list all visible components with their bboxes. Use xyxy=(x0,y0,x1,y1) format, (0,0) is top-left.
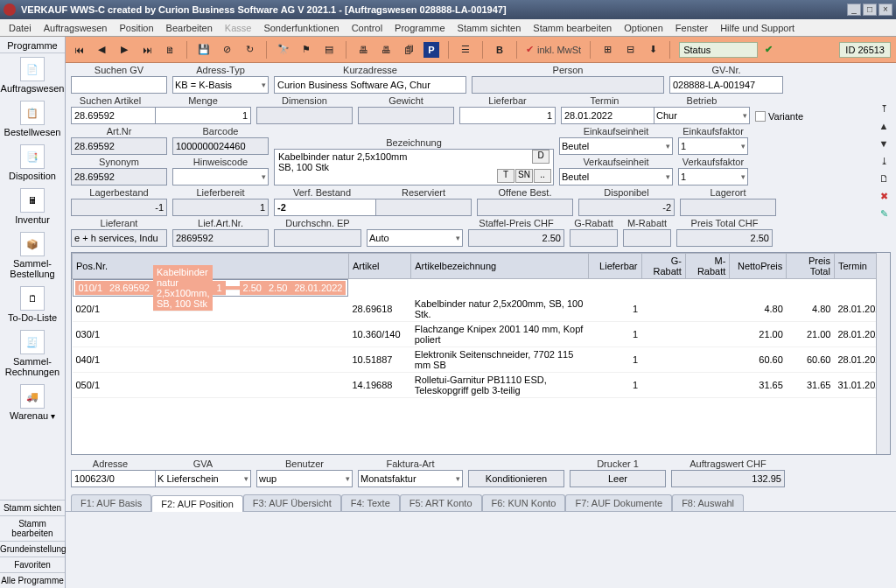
new-icon[interactable]: 🗎 xyxy=(162,42,178,58)
cancel-icon[interactable]: ⊘ xyxy=(219,42,234,58)
grid-scrollbar[interactable] xyxy=(876,253,890,454)
flag-icon[interactable]: ⚑ xyxy=(298,42,314,58)
menu-position[interactable]: Position xyxy=(114,21,158,35)
sidebar-btn-bearbeiten[interactable]: Stamm bearbeiten xyxy=(0,515,65,541)
new-row-icon[interactable]: 🗋 xyxy=(877,173,891,186)
tab-basis[interactable]: F1: AUF Basis xyxy=(71,494,151,511)
sidebar-item-sammel-best[interactable]: 📦Sammel-Bestellung xyxy=(0,228,65,283)
menu-bearbeiten[interactable]: Bearbeiten xyxy=(161,21,218,35)
bold-icon[interactable]: B xyxy=(492,42,508,58)
person-input[interactable] xyxy=(472,76,664,94)
variante-checkbox[interactable]: Variante xyxy=(755,111,803,122)
maximize-button[interactable]: □ xyxy=(863,4,877,16)
vke-select[interactable]: Beutel▾ xyxy=(559,168,673,186)
sidebar-item-inventur[interactable]: 🖩Inventur xyxy=(0,185,65,228)
table-row[interactable]: 010/128.69592Kabelbinder natur 2,5x100mm… xyxy=(73,279,349,297)
scroll-up-icon[interactable]: ▲ xyxy=(877,121,891,133)
parking-icon[interactable]: P xyxy=(424,42,439,58)
benutzer-select[interactable]: wup▾ xyxy=(256,470,353,487)
tab-position[interactable]: F2: AUF Position xyxy=(151,495,243,512)
menu-auftragswesen[interactable]: Auftragswesen xyxy=(38,21,113,35)
betrieb-select[interactable]: Chur▾ xyxy=(654,107,750,124)
scroll-bottom-icon[interactable]: ⤓ xyxy=(877,156,891,168)
menu-kasse[interactable]: Kasse xyxy=(220,21,257,35)
sidebar-item-sammel-rech[interactable]: 🧾Sammel-Rechnungen xyxy=(0,326,65,381)
sidebar-item-todo[interactable]: 🗒To-Do-Liste xyxy=(0,283,65,326)
menu-stamm-bearb[interactable]: Stamm bearbeiten xyxy=(528,21,617,35)
menu-stamm-sichten[interactable]: Stamm sichten xyxy=(452,21,527,35)
tab-uebersicht[interactable]: F3: AUF Übersicht xyxy=(243,494,341,511)
table-row[interactable]: 050/114.19688Rolletui-Garnitur PB1110 ES… xyxy=(73,373,890,398)
tool1-icon[interactable]: ⊞ xyxy=(599,42,615,58)
table-row[interactable]: 030/110.360/140Flachzange Knipex 2001 14… xyxy=(73,322,890,347)
mwst-checkbox[interactable]: ✔inkl. MwSt xyxy=(526,44,581,55)
tool3-icon[interactable]: ⬇ xyxy=(645,42,661,58)
sidebar-btn-grund[interactable]: Grundeinstellungen xyxy=(0,541,65,556)
menu-fenster[interactable]: Fenster xyxy=(670,21,713,35)
drucker-button[interactable]: Leer xyxy=(570,470,666,487)
position-grid[interactable]: Pos.Nr. Artikel Artikelbezeichnung Liefe… xyxy=(71,252,891,455)
save-icon[interactable]: 💾 xyxy=(196,42,212,58)
d-button[interactable]: D xyxy=(532,150,550,164)
print-icon[interactable]: 🖶 xyxy=(355,42,371,58)
toolbar: ⏮ ◀ ▶ ⏭ 🗎 💾 ⊘ ↻ 🔭 ⚑ ▤ 🖶 🖶 🗐 P ☰ B ✔inkl.… xyxy=(66,37,896,63)
sidebar-item-bestellwesen[interactable]: 📋Bestellwesen xyxy=(0,97,65,141)
minimize-button[interactable]: _ xyxy=(847,4,861,16)
form-icon[interactable]: ▤ xyxy=(321,42,337,58)
menu-optionen[interactable]: Optionen xyxy=(619,21,668,35)
vkf-select[interactable]: 1▾ xyxy=(678,168,748,186)
tab-dokumente[interactable]: F7: AUF Dokumente xyxy=(565,494,672,511)
tab-auswahl[interactable]: F8: Auswahl xyxy=(672,494,744,511)
doc-icon[interactable]: 🗐 xyxy=(401,42,416,58)
lagerbestand-input xyxy=(71,199,167,216)
menge-input[interactable] xyxy=(155,107,251,124)
sidebar-btn-fav[interactable]: Favoriten xyxy=(0,556,65,572)
sidebar-item-warenau[interactable]: 🚚Warenau ▾ xyxy=(0,381,65,424)
lieferbar-input[interactable] xyxy=(459,107,556,124)
gvnr-input[interactable] xyxy=(669,76,783,94)
sidebar-item-auftragswesen[interactable]: 📄Auftragswesen xyxy=(0,53,65,97)
refresh-icon[interactable]: ↻ xyxy=(242,42,257,58)
last-icon[interactable]: ⏭ xyxy=(139,42,155,58)
eke-select[interactable]: Beutel▾ xyxy=(559,137,673,155)
faktura-select[interactable]: Monatsfaktur▾ xyxy=(358,470,463,487)
delete-row-icon[interactable]: ✖ xyxy=(877,191,891,203)
adresstyp-select[interactable]: KB = K-Basis▾ xyxy=(172,76,269,94)
suchen-gv-input[interactable] xyxy=(71,76,167,94)
ekf-select[interactable]: 1▾ xyxy=(678,137,748,155)
status-field[interactable]: Status xyxy=(679,42,758,58)
binoculars-icon[interactable]: 🔭 xyxy=(276,42,291,58)
sidebar-btn-alle[interactable]: Alle Programme xyxy=(0,572,65,588)
more-button[interactable]: .. xyxy=(534,169,551,183)
menu-datei[interactable]: Datei xyxy=(4,21,37,35)
tab-artkonto[interactable]: F5: ART Konto xyxy=(400,494,482,511)
scroll-top-icon[interactable]: ⤒ xyxy=(877,103,891,116)
table-row[interactable]: 040/110.51887Elektronik Seitenschneider,… xyxy=(73,347,890,373)
tab-kunkonto[interactable]: F6: KUN Konto xyxy=(482,494,566,511)
gva-select[interactable]: K Lieferschein▾ xyxy=(155,470,251,487)
menu-sonder[interactable]: Sonderfunktionen xyxy=(258,21,344,35)
dimension-input[interactable] xyxy=(256,107,353,124)
kurzadresse-input[interactable] xyxy=(274,76,466,94)
menu-programme[interactable]: Programme xyxy=(389,21,450,35)
scroll-down-icon[interactable]: ▼ xyxy=(877,138,891,150)
print2-icon[interactable]: 🖶 xyxy=(378,42,394,58)
konditionieren-button[interactable]: Konditionieren xyxy=(468,470,564,487)
gewicht-input[interactable] xyxy=(358,107,454,124)
tab-texte[interactable]: F4: Texte xyxy=(341,494,400,511)
prev-icon[interactable]: ◀ xyxy=(94,42,109,58)
next-icon[interactable]: ▶ xyxy=(116,42,132,58)
sidebar-item-disposition[interactable]: 📑Disposition xyxy=(0,141,65,185)
menu-control[interactable]: Control xyxy=(346,21,388,35)
list-icon[interactable]: ☰ xyxy=(458,42,473,58)
sidebar-btn-sichten[interactable]: Stamm sichten xyxy=(0,500,65,515)
sn-button[interactable]: SN xyxy=(515,169,533,183)
tool2-icon[interactable]: ⊟ xyxy=(622,42,638,58)
hinweis-select[interactable]: ▾ xyxy=(172,168,269,186)
first-icon[interactable]: ⏮ xyxy=(71,42,87,58)
menu-hilfe[interactable]: Hilfe und Support xyxy=(715,21,800,35)
t-button[interactable]: T xyxy=(497,169,514,183)
edit-row-icon[interactable]: ✎ xyxy=(877,208,891,220)
close-button[interactable]: × xyxy=(878,4,892,16)
auto-select[interactable]: Auto▾ xyxy=(367,229,463,247)
